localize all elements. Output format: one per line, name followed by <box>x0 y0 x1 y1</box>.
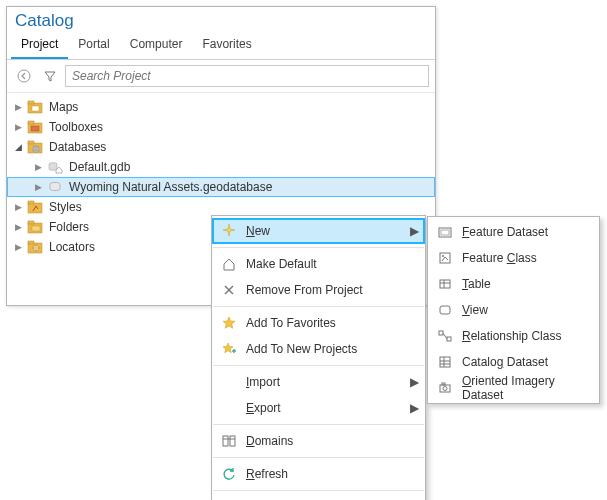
svg-rect-3 <box>32 106 39 111</box>
caret-right-icon[interactable]: ▶ <box>13 102 24 113</box>
menu-label: Add To Favorites <box>246 316 419 330</box>
svg-point-49 <box>443 387 447 391</box>
tree-label: Databases <box>49 140 106 154</box>
submenu-arrow-icon: ▶ <box>409 375 419 389</box>
folders-folder-icon <box>27 219 43 235</box>
menu-item-relationship-class[interactable]: Relationship Class <box>428 323 599 349</box>
menu-label: Export <box>246 401 405 415</box>
svg-rect-28 <box>223 436 228 446</box>
geodatabase-icon <box>47 179 63 195</box>
caret-right-icon[interactable]: ▶ <box>13 122 24 133</box>
svg-rect-8 <box>28 141 34 144</box>
catalog-dataset-icon <box>434 353 456 371</box>
submenu-arrow-icon: ▶ <box>409 224 419 238</box>
menu-item-remove[interactable]: Remove From Project <box>212 277 425 303</box>
menu-item-view[interactable]: View <box>428 297 599 323</box>
tree-node-wyoming-gdb[interactable]: ▶ Wyoming Natural Assets.geodatabase <box>7 177 435 197</box>
menu-separator <box>213 424 424 425</box>
menu-separator <box>213 306 424 307</box>
search-input-wrap[interactable] <box>65 65 429 87</box>
tab-project[interactable]: Project <box>11 33 68 59</box>
menu-item-table[interactable]: Table <box>428 271 599 297</box>
menu-item-new[interactable]: New ▶ <box>212 218 425 244</box>
svg-rect-20 <box>28 241 34 244</box>
svg-point-0 <box>18 70 30 82</box>
menu-item-feature-class[interactable]: Feature Class <box>428 245 599 271</box>
context-menu: New ▶ Make Default Remove From Project A… <box>211 215 426 500</box>
tree-label: Locators <box>49 240 95 254</box>
menu-item-oriented-imagery[interactable]: Oriented Imagery Dataset <box>428 375 599 401</box>
menu-label: Domains <box>246 434 419 448</box>
caret-right-icon[interactable]: ▶ <box>13 222 24 233</box>
databases-folder-icon <box>27 139 43 155</box>
menu-item-export[interactable]: Export ▶ <box>212 395 425 421</box>
filter-button[interactable] <box>39 65 61 87</box>
menu-separator <box>213 457 424 458</box>
tab-computer[interactable]: Computer <box>120 33 193 59</box>
svg-rect-15 <box>28 201 34 204</box>
svg-point-36 <box>442 255 444 257</box>
menu-item-copy[interactable]: Copy Ctrl+C <box>212 494 425 500</box>
caret-down-icon[interactable]: ◢ <box>13 142 24 153</box>
tree-node-toolboxes[interactable]: ▶ Toolboxes <box>7 117 435 137</box>
svg-rect-17 <box>28 221 34 224</box>
tree-node-styles[interactable]: ▶ Styles <box>7 197 435 217</box>
back-button[interactable] <box>13 65 35 87</box>
menu-label: Catalog Dataset <box>462 355 593 369</box>
menu-label: Feature Dataset <box>462 225 593 239</box>
menu-item-feature-dataset[interactable]: Feature Dataset <box>428 219 599 245</box>
caret-right-icon[interactable]: ▶ <box>33 182 44 193</box>
new-sparkle-icon <box>218 222 240 240</box>
menu-label: Feature Class <box>462 251 593 265</box>
home-icon <box>218 255 240 273</box>
oriented-imagery-icon <box>434 379 456 397</box>
domains-icon <box>218 432 240 450</box>
blank-icon <box>218 373 240 391</box>
menu-label: Oriented Imagery Dataset <box>462 374 593 402</box>
menu-item-import[interactable]: Import ▶ <box>212 369 425 395</box>
tree-label: Default.gdb <box>69 160 130 174</box>
menu-separator <box>213 365 424 366</box>
blank-icon <box>218 399 240 417</box>
svg-rect-41 <box>439 331 443 335</box>
star-plus-icon <box>218 340 240 358</box>
menu-separator <box>213 490 424 491</box>
tree-label: Maps <box>49 100 78 114</box>
caret-right-icon[interactable]: ▶ <box>33 162 44 173</box>
svg-rect-5 <box>28 121 34 124</box>
menu-item-add-favorites[interactable]: Add To Favorites <box>212 310 425 336</box>
tree-label: Toolboxes <box>49 120 103 134</box>
tab-portal[interactable]: Portal <box>68 33 119 59</box>
menu-item-refresh[interactable]: Refresh <box>212 461 425 487</box>
menu-label: Table <box>462 277 593 291</box>
tree-label: Styles <box>49 200 82 214</box>
menu-label: New <box>246 224 405 238</box>
caret-right-icon[interactable]: ▶ <box>13 242 24 253</box>
svg-point-11 <box>33 150 39 152</box>
tree-node-default-gdb[interactable]: ▶ Default.gdb <box>7 157 435 177</box>
svg-rect-44 <box>440 357 450 367</box>
search-input[interactable] <box>66 69 428 83</box>
remove-x-icon <box>218 281 240 299</box>
svg-rect-2 <box>28 101 34 104</box>
svg-rect-40 <box>440 306 450 314</box>
tree-node-maps[interactable]: ▶ Maps <box>7 97 435 117</box>
svg-line-43 <box>443 333 447 339</box>
menu-item-catalog-dataset[interactable]: Catalog Dataset <box>428 349 599 375</box>
geodatabase-home-icon <box>47 159 63 175</box>
tab-favorites[interactable]: Favorites <box>192 33 261 59</box>
caret-right-icon[interactable]: ▶ <box>13 202 24 213</box>
menu-item-add-new-projects[interactable]: Add To New Projects <box>212 336 425 362</box>
refresh-icon <box>218 465 240 483</box>
svg-rect-37 <box>440 280 450 288</box>
menu-item-domains[interactable]: Domains <box>212 428 425 454</box>
menu-item-make-default[interactable]: Make Default <box>212 251 425 277</box>
menu-label: Make Default <box>246 257 419 271</box>
locators-folder-icon <box>27 239 43 255</box>
tree-node-databases[interactable]: ◢ Databases <box>7 137 435 157</box>
tab-bar: Project Portal Computer Favorites <box>7 33 435 60</box>
star-icon <box>218 314 240 332</box>
menu-separator <box>213 247 424 248</box>
maps-folder-icon <box>27 99 43 115</box>
view-icon <box>434 301 456 319</box>
